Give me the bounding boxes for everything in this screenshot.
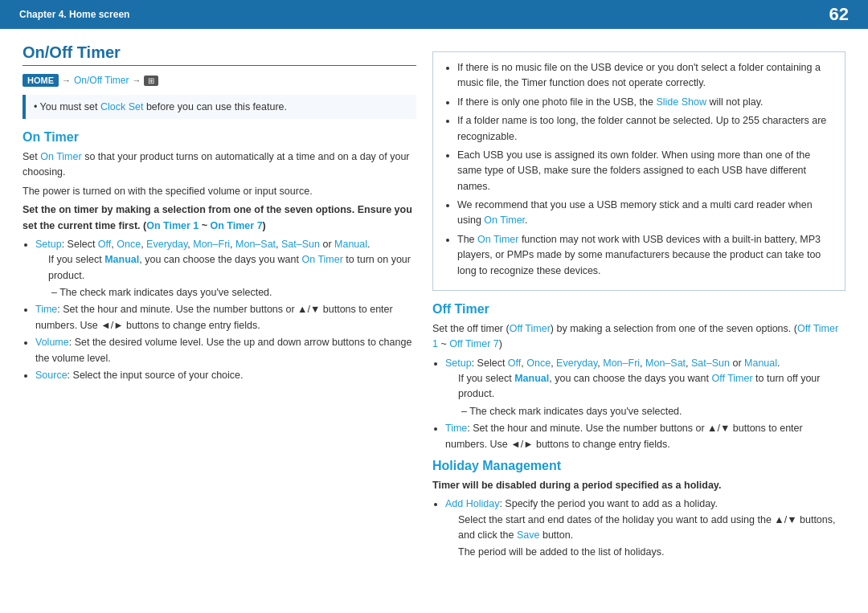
on-timer-title: On Timer — [23, 130, 416, 145]
on-timer-bullets: Setup: Select Off, Once, Everyday, Mon–F… — [35, 237, 416, 383]
holiday-intro: Timer will be disabled during a period s… — [432, 478, 845, 493]
off-timer-bullet-setup: Setup: Select Off, Once, Everyday, Mon–F… — [445, 356, 845, 420]
breadcrumb-home: HOME — [23, 74, 59, 87]
breadcrumb-arrow2: → — [132, 76, 141, 85]
source-label: Source — [35, 370, 68, 381]
page-container: Chapter 4. Home screen 62 On/Off Timer H… — [0, 0, 868, 613]
main-title-divider — [23, 65, 416, 66]
setup-label: Setup — [35, 239, 62, 250]
info-box-text2: before you can use this feature. — [143, 101, 287, 112]
on-timer-bullet-setup: Setup: Select Off, Once, Everyday, Mon–F… — [35, 237, 416, 301]
holiday-bullets: Add Holiday: Specify the period you want… — [445, 497, 845, 561]
left-column: On/Off Timer HOME → On/Off Timer → ⊞ • Y… — [23, 43, 416, 605]
on-timer-check-mark: The check mark indicates days you've sel… — [51, 285, 416, 300]
on-timer-intro-link: On Timer — [40, 151, 81, 162]
page-number: 62 — [829, 4, 849, 25]
right-bullet-1: If there is no music file on the USB dev… — [457, 60, 833, 92]
off-timer-bullet-time: Time: Set the hour and minute. Use the n… — [445, 421, 845, 452]
breadcrumb-link: On/Off Timer — [74, 75, 129, 86]
main-title: On/Off Timer — [23, 43, 416, 62]
info-box-link: Clock Set — [100, 101, 144, 112]
right-column: If there is no music file on the USB dev… — [432, 43, 845, 605]
on-timer-setup-sub: If you select Manual, you can choose the… — [48, 252, 416, 284]
time-label: Time — [35, 304, 57, 315]
holiday-bullet-add: Add Holiday: Specify the period you want… — [445, 497, 845, 561]
info-box: • You must set Clock Set before you can … — [23, 95, 416, 119]
on-timer-intro2: The power is turned on with the specifie… — [23, 184, 416, 199]
add-holiday-label: Add Holiday — [445, 498, 499, 509]
on-timer-bullet-time: Time: Set the hour and minute. Use the n… — [35, 302, 416, 333]
info-box-text1: • You must set — [34, 101, 100, 112]
off-timer-intro: Set the off timer (Off Timer) by making … — [432, 321, 845, 353]
on-timer-intro3: Set the on timer by making a selection f… — [23, 202, 416, 234]
off-timer-title: Off Timer — [432, 302, 845, 317]
breadcrumb: HOME → On/Off Timer → ⊞ — [23, 74, 416, 87]
chapter-label: Chapter 4. Home screen — [19, 9, 129, 20]
off-setup-label: Setup — [445, 358, 472, 369]
breadcrumb-arrow1: → — [62, 76, 71, 85]
holiday-sub1: Select the start and end dates of the ho… — [458, 513, 845, 544]
volume-label: Volume — [35, 337, 69, 348]
right-bullet-4: Each USB you use is assigned its own fol… — [457, 148, 833, 194]
on-timer-bullet-source: Source: Select the input source of your … — [35, 368, 416, 383]
right-bullet-2: If there is only one photo file in the U… — [457, 95, 833, 110]
off-time-label: Time — [445, 423, 467, 434]
right-bullet-3: If a folder name is too long, the folder… — [457, 113, 833, 145]
off-timer-bullets: Setup: Select Off, Once, Everyday, Mon–F… — [445, 356, 845, 452]
breadcrumb-icon: ⊞ — [144, 76, 158, 86]
off-timer-check-mark: The check mark indicates days you've sel… — [461, 404, 845, 419]
on-timer-bullet-volume: Volume: Set the desired volume level. Us… — [35, 335, 416, 366]
off-timer-setup-sub: If you select Manual, you can choose the… — [458, 371, 845, 403]
top-bar: Chapter 4. Home screen 62 — [0, 0, 868, 29]
right-bullet-5: We recommend that you use a USB memory s… — [457, 198, 833, 229]
on-timer-intro1: Set On Timer so that your product turns … — [23, 149, 416, 181]
right-box-bullets: If there is no music file on the USB dev… — [457, 60, 833, 279]
holiday-management-title: Holiday Management — [432, 459, 845, 473]
main-content: On/Off Timer HOME → On/Off Timer → ⊞ • Y… — [0, 29, 868, 613]
right-bullet-6: The On Timer function may not work with … — [457, 232, 833, 279]
holiday-sub2: The period will be added to the list of … — [458, 545, 845, 560]
right-info-box: If there is no music file on the USB dev… — [432, 51, 845, 291]
